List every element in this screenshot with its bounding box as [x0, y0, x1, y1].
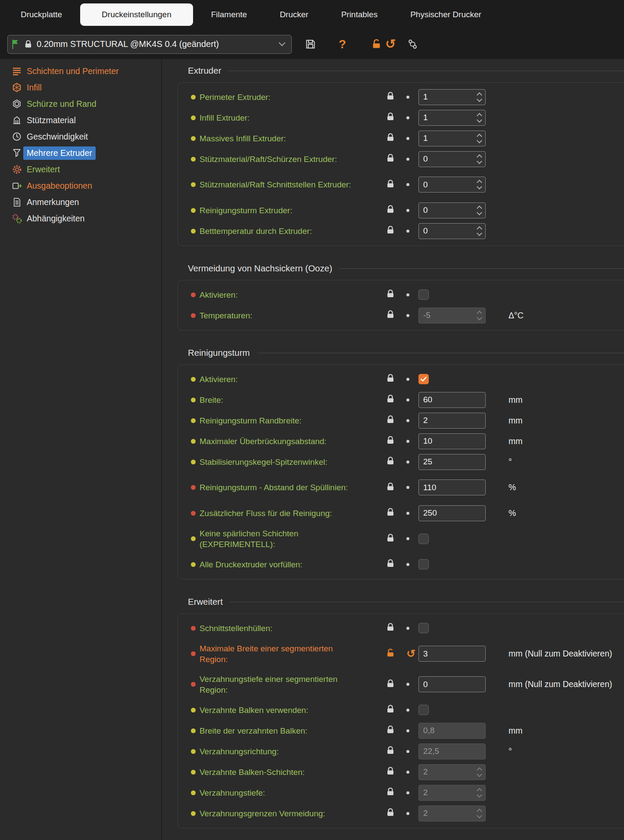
sidebar-item-mehrere-extruder[interactable]: Mehrere Extruder [0, 145, 161, 161]
setting-spinbox[interactable]: 0 [418, 202, 486, 218]
spin-down-button[interactable] [477, 117, 482, 123]
sidebar-item-anmerkungen[interactable]: Anmerkungen [0, 194, 161, 210]
setting-input[interactable]: 0 [418, 676, 486, 692]
lock-icon[interactable] [386, 112, 395, 123]
lock-icon[interactable] [386, 507, 395, 519]
lock-icon[interactable] [386, 205, 395, 216]
setting-spinbox[interactable]: 0 [418, 177, 486, 193]
value-dot [406, 729, 409, 732]
output-icon [11, 180, 22, 191]
unlock-icon[interactable] [371, 39, 382, 50]
lock-icon[interactable] [386, 725, 395, 736]
value-dot [406, 512, 409, 515]
lock-icon[interactable] [386, 482, 395, 493]
mode-level-dot-icon [191, 398, 196, 402]
lock-cell [386, 482, 406, 493]
lock-cell [386, 622, 406, 634]
tab-physischer-drucker[interactable]: Physischer Drucker [394, 3, 498, 26]
lock-icon[interactable] [386, 787, 395, 798]
lock-cell [386, 704, 406, 716]
control-cell: 22,5 [418, 744, 503, 759]
spin-down-button[interactable] [477, 184, 482, 190]
sidebar-item-erweitert[interactable]: Erweitert [0, 161, 161, 177]
lock-icon[interactable] [386, 622, 395, 634]
checkbox[interactable] [418, 289, 429, 300]
lock-icon[interactable] [386, 394, 395, 405]
setting-value: -5 [423, 311, 431, 320]
sidebar-item-ausgabeoptionen[interactable]: Ausgabeoptionen [0, 177, 161, 194]
sidebar-item-abhängigkeiten[interactable]: Abhängigkeiten [0, 210, 161, 227]
lock-icon[interactable] [386, 766, 395, 778]
setting-input[interactable]: 60 [418, 392, 486, 408]
checkbox[interactable] [418, 534, 429, 544]
lock-icon[interactable] [386, 91, 395, 103]
lock-icon[interactable] [386, 704, 395, 716]
lock-icon[interactable] [386, 289, 395, 300]
lock-icon[interactable] [386, 133, 395, 144]
lock-icon[interactable] [386, 153, 395, 165]
spin-down-button[interactable] [477, 210, 482, 215]
tab-printables[interactable]: Printables [325, 3, 394, 26]
lock-icon[interactable] [386, 559, 395, 570]
compare-presets-button[interactable] [407, 38, 418, 50]
setting-row: Massives Infill Extruder:1 [191, 128, 624, 149]
setting-label: Breite der verzahnten Balken: [200, 725, 307, 736]
setting-input[interactable]: 250 [418, 505, 486, 521]
setting-spinbox[interactable]: 1 [418, 110, 486, 126]
setting-label: Verzahnungsrichtung: [200, 746, 279, 757]
tab-druckeinstellungen[interactable]: Druckeinstellungen [80, 3, 193, 26]
setting-input[interactable]: 3 [418, 646, 486, 662]
settings-section: ExtruderPerimeter Extruder:1Infill Extru… [178, 65, 624, 246]
lock-icon[interactable] [386, 415, 395, 426]
checkbox[interactable] [418, 623, 429, 633]
lock-icon[interactable] [386, 533, 395, 544]
sidebar-item-geschwindigkeit[interactable]: Geschwindigkeit [0, 128, 161, 145]
sidebar-item-schichten-und-perimeter[interactable]: Schichten und Perimeter [0, 63, 161, 79]
help-button[interactable]: ? [339, 38, 346, 50]
lock-icon[interactable] [386, 436, 395, 447]
setting-spinbox[interactable]: 0 [418, 223, 486, 239]
setting-row: Verzahnungsgrenzen Vermeidung:2 [191, 803, 624, 824]
setting-spinbox[interactable]: 0 [418, 151, 486, 167]
tab-filamente[interactable]: Filamente [195, 3, 263, 26]
value-dot [406, 137, 409, 140]
dot-cell [406, 137, 418, 140]
lock-icon[interactable] [386, 310, 395, 321]
sidebar-item-schürze-und-rand[interactable]: Schürze und Rand [0, 96, 161, 112]
spin-down-button[interactable] [477, 96, 482, 102]
setting-input[interactable]: 110 [418, 479, 486, 495]
lock-icon[interactable] [386, 456, 395, 467]
tab-druckplatte[interactable]: Druckplatte [4, 3, 78, 26]
lock-icon[interactable] [386, 808, 395, 819]
revert-icon[interactable]: ↺ [406, 648, 415, 659]
lock-icon[interactable] [386, 225, 395, 236]
setting-input[interactable]: 2 [418, 413, 486, 429]
checkbox[interactable] [418, 374, 429, 384]
spin-down-button[interactable] [477, 230, 482, 236]
lock-icon[interactable] [386, 179, 395, 190]
tab-drucker[interactable]: Drucker [263, 3, 325, 26]
lock-icon[interactable] [386, 679, 395, 690]
support-icon [11, 115, 22, 126]
preset-combobox[interactable]: 0.20mm STRUCTURAL @MK4S 0.4 (geändert) [7, 35, 292, 54]
lock-icon[interactable] [386, 373, 395, 385]
setting-value: 110 [423, 483, 436, 492]
unit-label: % [503, 482, 624, 492]
sidebar-item-stützmaterial[interactable]: Stützmaterial [0, 112, 161, 128]
spin-down-button[interactable] [477, 159, 482, 164]
unlock-icon[interactable] [386, 648, 395, 660]
revert-all-button[interactable]: ↺ [385, 38, 396, 50]
setting-spinbox[interactable]: 1 [418, 131, 486, 146]
infill-icon [11, 82, 22, 93]
setting-spinbox[interactable]: 1 [418, 89, 486, 105]
sidebar-item-infill[interactable]: Infill [0, 79, 161, 96]
setting-input[interactable]: 25 [418, 454, 486, 470]
setting-input[interactable]: 10 [418, 433, 486, 449]
checkbox[interactable] [418, 705, 429, 715]
checkbox[interactable] [418, 559, 429, 569]
lock-icon[interactable] [386, 746, 395, 757]
spin-down-button[interactable] [477, 138, 482, 143]
save-preset-button[interactable] [305, 38, 316, 50]
setting-label: Alle Druckextruder vorfüllen: [200, 559, 303, 570]
mode-level-dot-icon [191, 418, 196, 423]
